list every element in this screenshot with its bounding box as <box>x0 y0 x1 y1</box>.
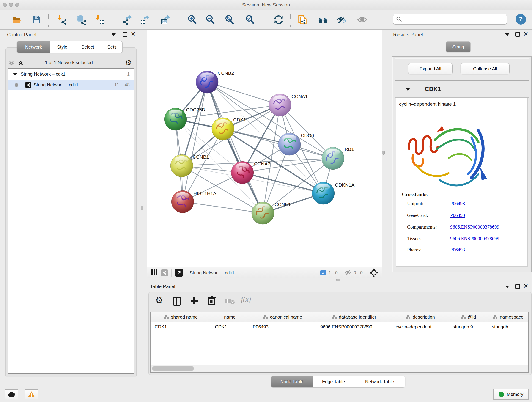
gene-header[interactable]: CDK1 <box>395 82 529 98</box>
first-neighbors-icon[interactable] <box>318 14 328 25</box>
results-panel-menu-icon[interactable] <box>505 33 509 36</box>
show-columns-icon[interactable] <box>172 297 181 307</box>
memory-button[interactable]: Memory <box>493 389 529 400</box>
table-cell[interactable]: P06493 <box>249 322 317 332</box>
network-node-CCNE1[interactable] <box>252 202 274 224</box>
network-node-CCNB2[interactable] <box>196 71 218 93</box>
column-header-canonical-name[interactable]: canonical name <box>249 312 317 322</box>
expand-all-button[interactable]: Expand All <box>408 63 453 74</box>
search-field[interactable] <box>393 14 507 25</box>
delete-column-icon[interactable] <box>207 296 216 307</box>
control-panel-float-icon[interactable] <box>123 32 127 37</box>
export-table-icon[interactable] <box>139 14 150 25</box>
delete-table-icon[interactable] <box>225 298 235 306</box>
gene-collapse-icon[interactable] <box>406 88 410 91</box>
zoom-selected-icon[interactable] <box>245 14 255 25</box>
string-overlay-icon[interactable] <box>161 269 168 276</box>
network-edge[interactable] <box>207 82 280 105</box>
table-cell[interactable]: CDK1 <box>211 322 249 332</box>
search-input[interactable] <box>402 17 501 22</box>
crosslink-compartments-link[interactable]: 9606.ENSP00000378699 <box>450 224 499 230</box>
save-session-icon[interactable] <box>32 14 42 25</box>
add-column-icon[interactable] <box>190 296 199 306</box>
export-image-icon[interactable] <box>160 14 171 25</box>
show-all-icon[interactable] <box>357 14 367 25</box>
warnings-button[interactable] <box>25 389 38 400</box>
table-options-gear-icon[interactable]: ⚙ <box>155 295 163 305</box>
zoom-fit-icon[interactable] <box>224 14 235 25</box>
table-cell[interactable]: cyclin–dependent ... <box>392 322 449 332</box>
column-header-namespace[interactable]: namespace <box>488 312 528 322</box>
network-collection-row[interactable]: String Network – cdk1 1 <box>8 69 134 80</box>
results-panel-float-icon[interactable] <box>515 32 520 37</box>
results-panel-close-icon[interactable]: ✕ <box>523 32 528 36</box>
open-session-icon[interactable] <box>12 14 22 25</box>
expand-all-icon[interactable] <box>17 60 24 67</box>
tab-edge-table[interactable]: Edge Table <box>313 376 354 387</box>
network-node-CCNB1[interactable] <box>171 154 193 177</box>
column-header-name[interactable]: name <box>211 312 249 322</box>
tab-sets[interactable]: Sets <box>101 41 122 53</box>
network-graph[interactable]: CCNB2CCNA1CDC25BCDK1CDC6RB1CCNB1CCNA2CDK… <box>147 30 382 267</box>
tab-network[interactable]: Network <box>17 41 50 53</box>
selected-checkbox-icon[interactable] <box>320 270 326 275</box>
network-node-CDK1[interactable] <box>212 118 234 140</box>
table-panel-close-icon[interactable]: ✕ <box>523 284 528 288</box>
zoom-out-icon[interactable] <box>205 14 215 25</box>
network-node-CCNA1[interactable] <box>269 94 291 116</box>
new-network-from-selection-icon[interactable] <box>298 14 308 25</box>
left-splitter-handle[interactable] <box>141 206 143 210</box>
column-header-description[interactable]: description <box>392 312 449 322</box>
tab-style[interactable]: Style <box>50 41 74 53</box>
birdseye-grid-icon[interactable] <box>151 269 158 276</box>
network-options-gear-icon[interactable]: ⚙ <box>125 58 132 67</box>
table-cell[interactable]: CDK1 <box>151 322 211 332</box>
pan-crosshair-icon[interactable] <box>369 268 379 277</box>
table-horizontal-scrollbar[interactable] <box>151 365 528 372</box>
network-edge[interactable] <box>183 202 263 213</box>
import-table-icon[interactable] <box>95 14 105 25</box>
table-cell[interactable]: stringdb:9... <box>449 322 488 332</box>
function-builder-icon[interactable]: f(x) <box>241 295 251 303</box>
network-node-CCNA2[interactable] <box>231 161 254 184</box>
tab-select[interactable]: Select <box>74 41 101 53</box>
network-node-CDKN1A[interactable] <box>312 182 335 204</box>
network-node-CDC6[interactable] <box>278 133 301 155</box>
network-edge[interactable] <box>183 82 207 202</box>
table-cell[interactable]: 9606.ENSP00000378699 <box>317 322 392 332</box>
network-node-RB1[interactable] <box>322 147 344 170</box>
column-header--id[interactable]: @id <box>449 312 488 322</box>
crosslink-tissues-link[interactable]: 9606.ENSP00000378699 <box>450 236 499 242</box>
network-edge[interactable] <box>223 129 333 158</box>
collapse-all-button[interactable]: Collapse All <box>461 63 510 74</box>
table-panel-float-icon[interactable] <box>515 284 520 289</box>
right-splitter-handle[interactable] <box>382 151 385 155</box>
tab-node-table[interactable]: Node Table <box>271 376 313 387</box>
table-row[interactable]: CDK1CDK1P064939606.ENSP00000378699cyclin… <box>151 322 528 332</box>
network-node-HIST1H1A[interactable] <box>171 191 194 213</box>
tree-expand-icon[interactable] <box>13 73 17 76</box>
collapse-all-icon[interactable] <box>8 60 15 67</box>
table-cell[interactable]: stringdb <box>488 322 528 332</box>
crosslink-uniprot-link[interactable]: P06493 <box>450 201 465 206</box>
control-panel-close-icon[interactable]: ✕ <box>131 32 136 36</box>
table-panel-menu-icon[interactable] <box>505 286 509 288</box>
export-network-icon[interactable] <box>121 14 132 25</box>
node-table[interactable]: shared namenamecanonical namedatabase id… <box>150 312 529 373</box>
cloud-status-button[interactable] <box>5 389 18 400</box>
network-node-CDC25B[interactable] <box>164 108 187 130</box>
help-button[interactable]: ? <box>515 14 526 25</box>
crosslink-pharos-link[interactable]: P06493 <box>450 247 465 253</box>
control-panel-menu-icon[interactable] <box>112 33 116 36</box>
column-header-shared-name[interactable]: shared name <box>151 312 211 322</box>
import-network-icon[interactable] <box>57 14 67 25</box>
network-row-selected[interactable]: String Network – cdk1 11 48 <box>8 80 134 90</box>
refresh-icon[interactable] <box>273 14 284 25</box>
bottom-splitter-handle[interactable] <box>336 279 340 281</box>
tab-network-table[interactable]: Network Table <box>354 376 405 387</box>
open-in-new-window-icon[interactable] <box>175 269 183 277</box>
tab-string[interactable]: String <box>446 42 470 52</box>
import-network-database-icon[interactable] <box>76 14 87 25</box>
zoom-in-icon[interactable] <box>187 14 197 25</box>
hide-selected-icon[interactable] <box>336 14 346 25</box>
